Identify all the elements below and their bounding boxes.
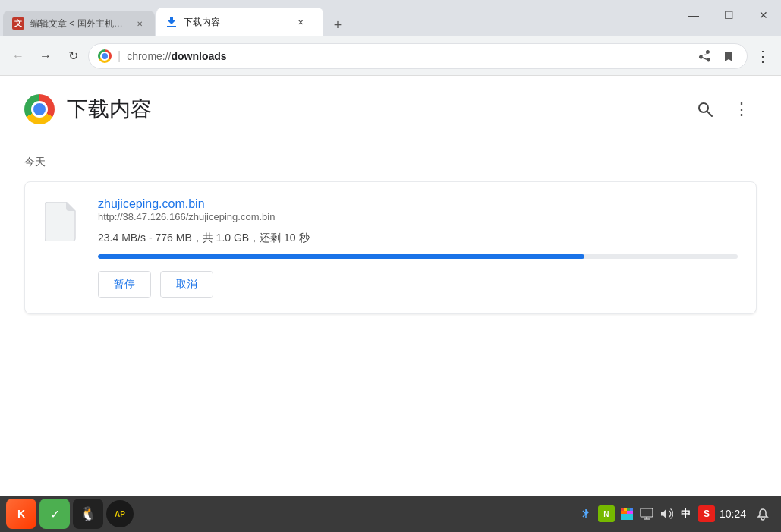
more-dots-icon: ⋮: [733, 99, 750, 119]
search-button[interactable]: [690, 94, 720, 124]
page-header: 下载内容 ⋮: [0, 76, 781, 137]
taskbar-time: 10:24: [720, 508, 746, 520]
url-separator: |: [118, 49, 121, 63]
toolbar: ← → ↻ | chrome://downloads ⋮: [0, 36, 781, 76]
taskbar-app-dark[interactable]: AP: [106, 500, 134, 527]
chrome-logo-icon: [98, 49, 112, 63]
notification-icon[interactable]: [751, 502, 775, 526]
file-name-link[interactable]: zhujiceping.com.bin: [98, 197, 205, 210]
penguin-icon: 🐧: [80, 505, 96, 522]
close-button[interactable]: ✕: [746, 3, 781, 27]
address-bar[interactable]: | chrome://downloads: [88, 43, 748, 69]
cancel-button[interactable]: 取消: [160, 271, 213, 298]
browser-menu-button[interactable]: ⋮: [751, 44, 775, 68]
download-details: zhujiceping.com.bin http://38.47.126.166…: [98, 197, 738, 298]
url-path: downloads: [172, 50, 227, 62]
tab-inactive[interactable]: 文 编辑文章 < 国外主机测评 ✕: [3, 11, 155, 36]
volume-icon[interactable]: [659, 506, 674, 521]
section-today-label: 今天: [24, 156, 757, 169]
page-title-area: 下载内容: [24, 94, 152, 124]
download-item: zhujiceping.com.bin http://38.47.126.166…: [24, 181, 757, 314]
svg-rect-2: [621, 508, 624, 511]
minimize-button[interactable]: —: [676, 3, 711, 27]
svg-rect-9: [641, 508, 653, 517]
pause-button[interactable]: 暂停: [98, 271, 151, 298]
maximize-button[interactable]: ☐: [711, 3, 746, 27]
tab-inactive-icon: 文: [12, 17, 24, 30]
svg-rect-5: [630, 508, 633, 511]
url-protocol: chrome://: [127, 50, 171, 62]
nvidia-icon[interactable]: N: [598, 505, 615, 522]
reload-button[interactable]: ↻: [61, 44, 85, 68]
download-stats: 23.4 MB/s - 776 MB，共 1.0 GB，还剩 10 秒: [98, 231, 738, 245]
bookmark-button[interactable]: [720, 47, 738, 65]
taskbar: K ✓ 🐧 AP N: [0, 496, 781, 532]
tab-inactive-title: 编辑文章 < 国外主机测评: [30, 17, 129, 30]
file-icon: [40, 197, 83, 246]
page-header-actions: ⋮: [690, 94, 757, 124]
forward-button[interactable]: →: [33, 44, 58, 68]
download-actions: 暂停 取消: [98, 271, 738, 298]
minimize-icon: —: [688, 9, 699, 21]
more-actions-button[interactable]: ⋮: [726, 94, 757, 124]
svg-rect-4: [627, 508, 630, 511]
tab-active[interactable]: 下载内容 ✕: [156, 8, 323, 36]
share-button[interactable]: [695, 47, 713, 65]
svg-rect-7: [627, 511, 633, 514]
sogou-label: S: [704, 508, 710, 519]
taskbar-app-penguin[interactable]: 🐧: [73, 499, 103, 529]
tab-active-close[interactable]: ✕: [294, 16, 307, 28]
progress-bar: [98, 254, 738, 259]
chrome-big-logo-icon: [24, 94, 55, 124]
progress-fill: [98, 254, 584, 259]
bluetooth-icon[interactable]: [578, 506, 594, 521]
close-icon: ✕: [759, 9, 768, 21]
tab-inactive-close[interactable]: ✕: [134, 17, 146, 30]
downloads-page: 下载内容 ⋮ 今天 zh: [0, 76, 781, 496]
svg-line-1: [707, 112, 712, 116]
input-method-icon[interactable]: 中: [679, 506, 694, 521]
taskbar-right: N 中 S 10:24: [578, 502, 775, 526]
cn-label: 中: [681, 507, 691, 521]
browser-window: 文 编辑文章 < 国外主机测评 ✕ 下载内容 ✕ + — ☐ ✕: [0, 0, 781, 532]
tab-active-title: 下载内容: [184, 16, 290, 29]
nvidia-label: N: [603, 510, 609, 518]
page-title: 下载内容: [67, 95, 152, 124]
taskbar-app-kwai[interactable]: K: [6, 499, 36, 529]
svg-rect-6: [621, 511, 627, 514]
sogou-icon[interactable]: S: [698, 505, 715, 522]
kwai-icon: K: [17, 508, 25, 520]
display-icon[interactable]: [639, 506, 654, 521]
window-controls: — ☐ ✕: [676, 0, 781, 30]
svg-point-0: [699, 103, 708, 112]
svg-rect-8: [621, 514, 633, 520]
svg-rect-3: [624, 508, 627, 511]
back-button[interactable]: ←: [6, 44, 30, 68]
url-display: chrome://downloads: [127, 50, 689, 62]
titlebar: 文 编辑文章 < 国外主机测评 ✕ 下载内容 ✕ + — ☐ ✕: [0, 0, 781, 36]
taskbar-app-check[interactable]: ✓: [39, 499, 70, 529]
color-icon[interactable]: [619, 506, 635, 521]
tab-download-icon: [165, 16, 178, 28]
downloads-list: 今天 zhujiceping.com.bin http://38.47.126.…: [0, 137, 781, 496]
new-tab-button[interactable]: +: [326, 14, 349, 36]
maximize-icon: ☐: [724, 9, 734, 21]
file-url: http://38.47.126.166/zhujiceping.com.bin: [98, 211, 738, 222]
dark-app-icon: AP: [115, 510, 125, 518]
check-icon: ✓: [50, 507, 60, 521]
